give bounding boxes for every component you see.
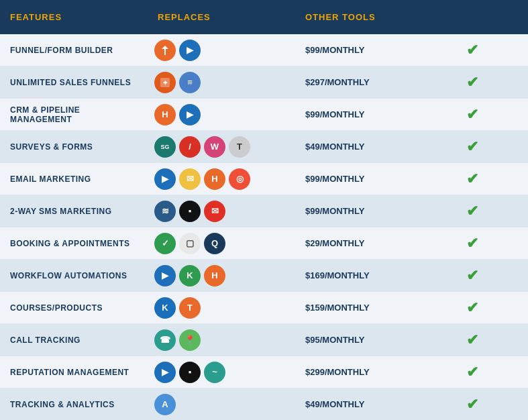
table-row: 2-WAY SMS MARKETING≋▪✉$99/MONTHLY✔ [0, 195, 528, 227]
feature-label: CALL TRACKING [0, 330, 148, 350]
calltracking-icon: 📍 [179, 329, 201, 351]
features-header: FEATURES [0, 7, 148, 28]
replaces-header: REPLACES [148, 7, 295, 28]
teachable-icon: T [179, 297, 201, 319]
comparison-table: FEATURES REPLACES OTHER TOOLS FUNNEL/FOR… [0, 0, 528, 420]
ghl-check-cell: ✔ [416, 358, 528, 386]
replaces-icons: ▶KH [148, 261, 295, 291]
other-tool-price: $49/MONTHLY [295, 136, 416, 157]
clickfunnels2-icon: ✦ [154, 72, 176, 93]
table-row: COURSES/PRODUCTSKT$159/MONTHLY✔ [0, 292, 528, 324]
ghl-check-cell: ✔ [416, 165, 528, 193]
checkmark-icon: ✔ [466, 267, 478, 284]
oncehub-icon: Q [204, 233, 225, 254]
ghl-check-cell: ✔ [416, 36, 528, 64]
kartra-icon: K [154, 297, 176, 319]
checkmark-icon: ✔ [466, 42, 478, 59]
replaces-icons: ▶ [148, 36, 295, 65]
svg-text:✦: ✦ [162, 79, 168, 87]
mailchimp-icon: ✉ [179, 168, 201, 190]
table-row: SURVEYS & FORMSSG/WT$49/MONTHLY✔ [0, 131, 528, 163]
tally-icon: T [229, 136, 250, 158]
checkmark-icon: ✔ [466, 106, 478, 123]
sendlane-icon: ✉ [204, 201, 225, 222]
ghl-check-cell: ✔ [416, 326, 528, 354]
feature-label: REPUTATION MANAGEMENT [0, 362, 148, 382]
clickfunnels-icon: ▶ [179, 40, 201, 61]
replaces-icons: A [148, 390, 295, 419]
checkmark-icon: ✔ [466, 170, 478, 188]
other-tool-price: $159/MONTHLY [295, 297, 416, 318]
other-tool-price: $29/MONTHLY [295, 233, 416, 254]
replaces-icons: SG/WT [148, 132, 295, 162]
checkmark-icon: ✔ [466, 331, 478, 349]
ghl-check-cell: ✔ [416, 68, 528, 97]
replaces-icons: ▶▪~ [148, 358, 295, 387]
ghl-check-cell: ✔ [416, 101, 528, 129]
acuity-icon: ▢ [179, 233, 201, 254]
other-tool-price: $99/MONTHLY [295, 201, 416, 221]
table-header: FEATURES REPLACES OTHER TOOLS [0, 0, 528, 34]
replaces-icons: H▶ [148, 100, 295, 129]
feature-label: COURSES/PRODUCTS [0, 298, 148, 318]
other-tool-price: $99/MONTHLY [295, 104, 416, 125]
activecampaign2-icon: ▶ [154, 265, 176, 286]
feature-label: TRACKING & ANALYTICS [0, 395, 148, 415]
feature-label: CRM & PIPELINE MANAGEMENT [0, 100, 148, 129]
feature-label: BOOKING & APPOINTMENTS [0, 233, 148, 254]
feature-label: 2-WAY SMS MARKETING [0, 201, 148, 221]
other-tool-price: $99/MONTHLY [295, 168, 416, 189]
other-tool-price: $95/MONTHLY [295, 329, 416, 350]
ghl-check-cell: ✔ [416, 133, 528, 161]
table-row: WORKFLOW AUTOMATIONS▶KH$169/MONTHLY✔ [0, 260, 528, 292]
replaces-icons: ✦≡ [148, 68, 295, 97]
replaces-icons: ▶✉H◎ [148, 164, 295, 194]
other-tool-price: $297/MONTHLY [295, 72, 416, 93]
wufoo-icon: W [204, 136, 225, 158]
birdeye-icon: ▶ [154, 362, 176, 383]
feature-label: EMAIL MARKETING [0, 169, 148, 189]
table-row: CRM & PIPELINE MANAGEMENTH▶$99/MONTHLY✔ [0, 99, 528, 131]
campaignmonitor-icon: ◎ [229, 168, 250, 190]
typeform-icon: / [179, 136, 201, 158]
ghl-check-cell: ✔ [416, 262, 528, 290]
ghl-check-cell: ✔ [416, 197, 528, 225]
hubspot3-icon: H [204, 168, 225, 190]
keap-icon: K [179, 265, 201, 286]
manychat-icon: ▪ [179, 201, 201, 222]
twilio-icon: ≋ [154, 201, 176, 222]
activecampaign-icon: ▶ [154, 168, 176, 190]
other-tool-price: $299/MONTHLY [295, 362, 416, 382]
checkmark-icon: ✔ [466, 235, 478, 252]
other-tool-price: $49/MONTHLY [295, 394, 416, 415]
other-tools-header: OTHER TOOLS [295, 7, 416, 28]
ghl-header [416, 7, 528, 28]
checkmark-icon: ✔ [466, 138, 478, 156]
table-row: BOOKING & APPOINTMENTS✓▢Q$29/MONTHLY✔ [0, 227, 528, 260]
checkmark-icon: ✔ [466, 74, 478, 91]
table-row: TRACKING & ANALYTICSA$49/MONTHLY✔ [0, 388, 528, 420]
pipedrive-icon: ▶ [179, 104, 201, 125]
hubspot4-icon: H [204, 265, 225, 286]
grade-icon: ~ [204, 362, 225, 383]
table-row: CALL TRACKING☎📍$95/MONTHLY✔ [0, 324, 528, 356]
table-row: FUNNEL/FORM BUILDER▶$99/MONTHLY✔ [0, 34, 528, 66]
analytics-icon: A [154, 394, 176, 415]
table-body: FUNNEL/FORM BUILDER▶$99/MONTHLY✔UNLIMITE… [0, 34, 528, 420]
feature-label: WORKFLOW AUTOMATIONS [0, 266, 148, 286]
hubspot2-icon: H [154, 104, 176, 125]
replaces-icons: ☎📍 [148, 325, 295, 355]
surveymonkey-icon: SG [154, 136, 176, 158]
other-tool-price: $169/MONTHLY [295, 265, 416, 286]
callrail-icon: ☎ [154, 329, 176, 351]
replaces-icons: ≋▪✉ [148, 197, 295, 226]
feature-label: SURVEYS & FORMS [0, 137, 148, 157]
ghl-check-cell: ✔ [416, 229, 528, 258]
table-row: UNLIMITED SALES FUNNELS✦≡$297/MONTHLY✔ [0, 66, 528, 99]
feature-label: UNLIMITED SALES FUNNELS [0, 72, 148, 93]
ghl-check-cell: ✔ [416, 294, 528, 322]
calendly-icon: ✓ [154, 233, 176, 254]
podium-icon: ▪ [179, 362, 201, 383]
table-row: REPUTATION MANAGEMENT▶▪~$299/MONTHLY✔ [0, 356, 528, 388]
replaces-icons: KT [148, 293, 295, 323]
